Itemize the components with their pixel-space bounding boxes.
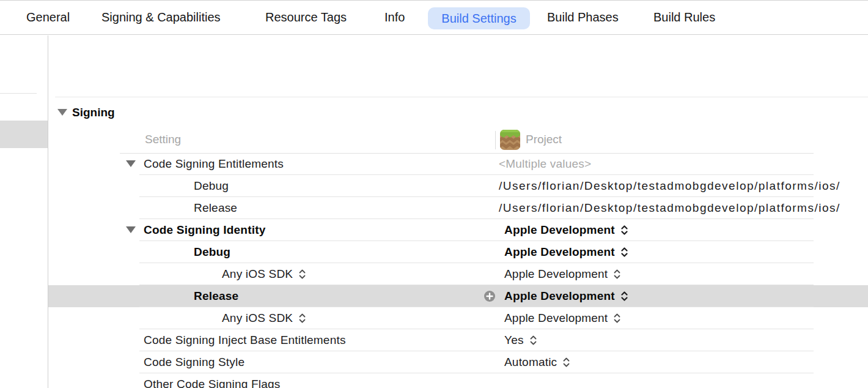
table-row[interactable]: Any iOS SDK Apple Development [48,263,868,285]
dropdown-stepper-icon[interactable] [612,269,622,280]
setting-value[interactable]: Apple Development [504,241,629,263]
table-row[interactable]: Debug/Users/florian/Desktop/testadmobgde… [48,175,868,197]
dropdown-stepper-icon[interactable] [612,313,622,324]
setting-label: Release [194,285,238,307]
tab-signing-capabilities[interactable]: Signing & Capabilities [101,1,221,34]
table-row[interactable]: Code Signing IdentityApple Development [48,219,868,241]
dropdown-stepper-icon[interactable] [562,357,571,368]
setting-label: Code Signing Identity [144,219,265,241]
settings-rows: Code Signing Entitlements<Multiple value… [48,153,868,388]
disclosure-triangle-icon[interactable] [126,160,136,167]
table-row[interactable]: Any iOS SDK Apple Development [48,307,868,329]
tab-build-phases[interactable]: Build Phases [547,1,619,34]
setting-value[interactable]: Apple Development [504,219,629,241]
project-icon [500,130,520,150]
setting-label: Any iOS SDK [222,307,307,329]
column-header-project[interactable]: Project [526,126,562,153]
project-tab-bar: General Signing & Capabilities Resource … [0,0,868,35]
table-row[interactable]: Release/Users/florian/Desktop/testadmobg… [48,197,868,219]
table-row[interactable]: Code Signing Inject Base EntitlementsYes [48,329,868,351]
disclosure-triangle-icon[interactable] [126,226,136,233]
setting-value[interactable]: Yes [504,329,538,351]
setting-label: Code Signing Style [144,351,245,373]
setting-label: Release [194,197,237,219]
navigator-sidebar-strip [0,35,48,388]
dropdown-stepper-icon[interactable] [620,291,629,302]
section-title: Signing [72,104,115,121]
setting-label: Code Signing Inject Base Entitlements [144,329,346,351]
table-row[interactable]: Release Apple Development [48,285,868,307]
sidebar-divider [0,93,37,94]
setting-label: Any iOS SDK [222,263,307,285]
sidebar-selected-item[interactable] [0,121,48,148]
table-row[interactable]: Code Signing Entitlements<Multiple value… [48,153,868,175]
dropdown-stepper-icon[interactable] [620,225,629,236]
setting-value[interactable]: /Users/florian/Desktop/testadmobgdevelop… [499,197,840,219]
dropdown-stepper-icon[interactable] [298,313,307,324]
add-override-button[interactable] [484,291,495,302]
tab-build-rules[interactable]: Build Rules [653,1,715,34]
tab-resource-tags[interactable]: Resource Tags [265,1,347,34]
setting-label: Debug [194,175,229,197]
column-divider[interactable] [495,131,496,149]
setting-label: Other Code Signing Flags [144,373,280,388]
tab-general[interactable]: General [26,1,70,34]
dropdown-stepper-icon[interactable] [298,269,307,280]
setting-value[interactable]: Apple Development [504,285,629,307]
xcode-build-settings-pane: General Signing & Capabilities Resource … [0,0,868,388]
content-top-divider [55,97,868,97]
setting-value[interactable]: Apple Development [504,263,622,285]
setting-value[interactable]: Apple Development [504,307,622,329]
setting-label: Code Signing Entitlements [144,153,284,175]
tab-info[interactable]: Info [384,1,405,34]
setting-label: Debug [194,241,230,263]
table-row[interactable]: Other Code Signing Flags [48,373,868,388]
table-row[interactable]: Code Signing StyleAutomatic [48,351,868,373]
setting-value[interactable]: Automatic [504,351,571,373]
column-header-setting[interactable]: Setting [145,126,181,153]
setting-value: <Multiple values> [499,153,591,175]
disclosure-triangle-icon[interactable] [57,109,67,116]
dropdown-stepper-icon[interactable] [620,247,629,258]
dropdown-stepper-icon[interactable] [529,335,538,346]
build-settings-table: Signing Setting Project Code Signing Ent… [48,35,868,388]
table-header-row: Setting Project [48,126,868,153]
table-row[interactable]: DebugApple Development [48,241,868,263]
tab-build-settings[interactable]: Build Settings [428,7,530,29]
setting-value[interactable]: /Users/florian/Desktop/testadmobgdevelop… [499,175,840,197]
